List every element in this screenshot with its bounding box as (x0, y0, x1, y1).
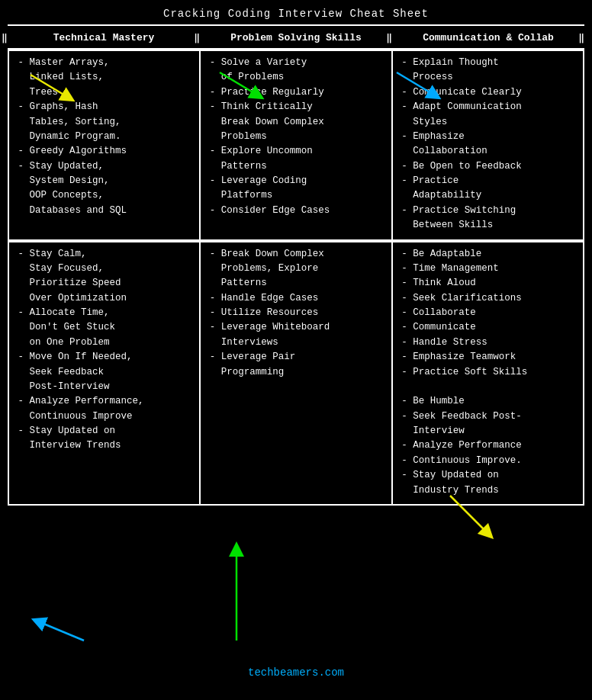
section2-col2-items: - Break Down Complex Problems, Explore P… (204, 247, 388, 380)
section2-col3-items: - Be Adaptable - Time Management - Think… (396, 247, 580, 498)
watermark: techbeamers.com (248, 666, 344, 679)
section2-col3: - Be Adaptable - Time Management - Think… (393, 242, 584, 504)
section2-col2: - Break Down Complex Problems, Explore P… (201, 242, 392, 504)
header-problem: Problem Solving Skills (200, 32, 392, 43)
header-communication: Communication & Collab (392, 32, 584, 43)
section2-content: - Stay Calm, Stay Focused, Prioritize Sp… (8, 242, 584, 506)
page-title: Cracking Coding Interview Cheat Sheet (0, 0, 592, 24)
header-row: Technical Mastery Problem Solving Skills… (8, 26, 584, 50)
section1-content: - Master Arrays, Linked Lists, Trees - G… (8, 51, 584, 241)
section2-col1-items: - Stay Calm, Stay Focused, Prioritize Sp… (12, 247, 196, 454)
section2-col1: - Stay Calm, Stay Focused, Prioritize Sp… (8, 242, 201, 504)
header-technical: Technical Mastery (8, 32, 200, 43)
